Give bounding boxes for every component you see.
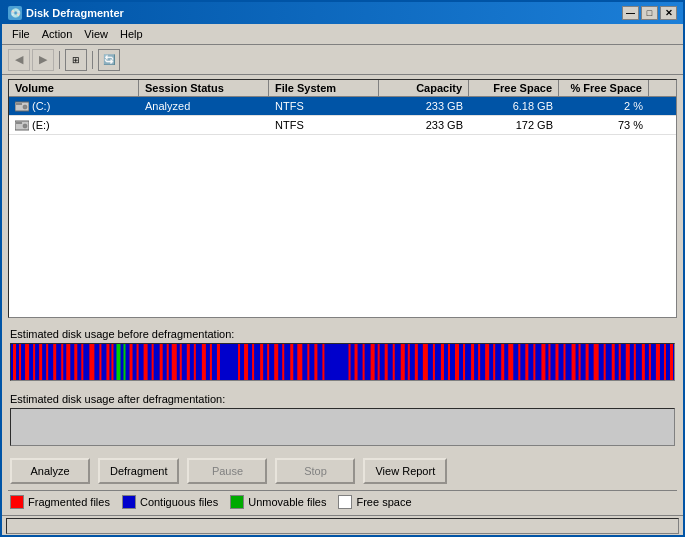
svg-rect-74 [525,344,528,380]
minimize-button[interactable]: — [622,6,639,20]
svg-rect-36 [217,344,220,380]
svg-rect-16 [74,344,77,380]
cell-pct-e: 73 % [559,116,649,134]
cell-status-c: Analyzed [139,97,269,115]
svg-rect-72 [508,344,513,380]
svg-rect-87 [626,344,630,380]
legend-label-unmovable: Unmovable files [248,496,326,508]
col-free: Free Space [469,80,559,96]
svg-rect-44 [282,344,284,380]
svg-rect-59 [408,344,410,380]
svg-rect-45 [290,344,293,380]
svg-rect-89 [642,344,645,380]
svg-rect-20 [106,344,109,380]
menu-file[interactable]: File [6,26,36,42]
svg-rect-82 [586,344,589,380]
pause-button[interactable]: Pause [187,458,267,484]
svg-rect-79 [564,344,566,380]
svg-rect-41 [260,344,263,380]
title-bar: 💿 Disk Defragmenter — □ ✕ [2,2,683,24]
svg-rect-63 [441,344,444,380]
svg-rect-25 [137,344,139,380]
defrag-icon-button[interactable]: 🔄 [98,49,120,71]
svg-rect-35 [210,344,212,380]
legend-contiguous: Contiguous files [122,495,218,509]
stop-button[interactable]: Stop [275,458,355,484]
disk-icon-c [15,99,29,113]
svg-rect-7 [13,344,16,380]
legend-label-free: Free space [356,496,411,508]
svg-point-2 [23,105,27,109]
svg-rect-64 [448,344,450,380]
analyze-button[interactable]: Analyze [10,458,90,484]
svg-rect-30 [172,344,177,380]
title-bar-left: 💿 Disk Defragmenter [8,6,124,20]
status-bar [2,515,683,535]
svg-rect-40 [252,344,254,380]
svg-rect-54 [371,344,375,380]
svg-rect-10 [33,344,35,380]
svg-point-5 [23,124,27,128]
col-fs: File System [269,80,379,96]
legend-label-contiguous: Contiguous files [140,496,218,508]
svg-rect-17 [81,344,83,380]
cell-capacity-c: 233 GB [379,97,469,115]
col-volume: Volume [9,80,139,96]
svg-rect-61 [423,344,428,380]
legend-box-free [338,495,352,509]
svg-rect-39 [244,344,248,380]
maximize-button[interactable]: □ [641,6,658,20]
action-buttons: Analyze Defragment Pause Stop View Repor… [2,452,683,490]
svg-rect-58 [401,344,405,380]
cell-pct-c: 2 % [559,97,649,115]
svg-rect-69 [485,344,489,380]
svg-rect-50 [330,344,345,380]
svg-rect-43 [274,344,278,380]
cell-volume-c: (C:) [9,97,139,115]
cell-status-e [139,116,269,134]
svg-rect-86 [619,344,621,380]
menu-help[interactable]: Help [114,26,149,42]
svg-rect-19 [99,344,101,380]
cell-free-e: 172 GB [469,116,559,134]
close-button[interactable]: ✕ [660,6,677,20]
svg-rect-57 [393,344,395,380]
toolbar: ◀ ▶ ⊞ 🔄 [2,45,683,75]
defragment-button[interactable]: Defragment [98,458,179,484]
menu-view[interactable]: View [78,26,114,42]
svg-rect-21 [111,344,113,380]
svg-rect-77 [548,344,550,380]
legend-box-fragmented [10,495,24,509]
table-row[interactable]: (C:) Analyzed NTFS 233 GB 6.18 GB 2 % [9,97,676,116]
svg-rect-38 [238,344,240,380]
svg-rect-28 [160,344,163,380]
table-row[interactable]: (E:) NTFS 233 GB 172 GB 73 % [9,116,676,135]
svg-rect-76 [541,344,545,380]
back-button[interactable]: ◀ [8,49,30,71]
legend-free: Free space [338,495,411,509]
forward-button[interactable]: ▶ [32,49,54,71]
svg-rect-53 [363,344,365,380]
before-defrag-visual [11,344,674,380]
svg-rect-1 [16,103,22,105]
cell-fs-c: NTFS [269,97,379,115]
svg-rect-15 [66,344,70,380]
svg-rect-24 [130,344,133,380]
svg-rect-48 [314,344,317,380]
svg-rect-47 [307,344,309,380]
after-defrag-section: Estimated disk usage after defragmentati… [2,387,683,452]
svg-rect-81 [579,344,581,380]
svg-rect-73 [518,344,520,380]
svg-rect-46 [297,344,302,380]
legend-box-unmovable [230,495,244,509]
svg-rect-37 [227,344,235,380]
svg-rect-78 [555,344,558,380]
svg-rect-31 [180,344,182,380]
main-window: 💿 Disk Defragmenter — □ ✕ File Action Vi… [0,0,685,537]
view-button[interactable]: ⊞ [65,49,87,71]
svg-rect-91 [656,344,660,380]
svg-rect-83 [594,344,599,380]
menu-action[interactable]: Action [36,26,79,42]
view-report-button[interactable]: View Report [363,458,447,484]
svg-rect-55 [378,344,380,380]
